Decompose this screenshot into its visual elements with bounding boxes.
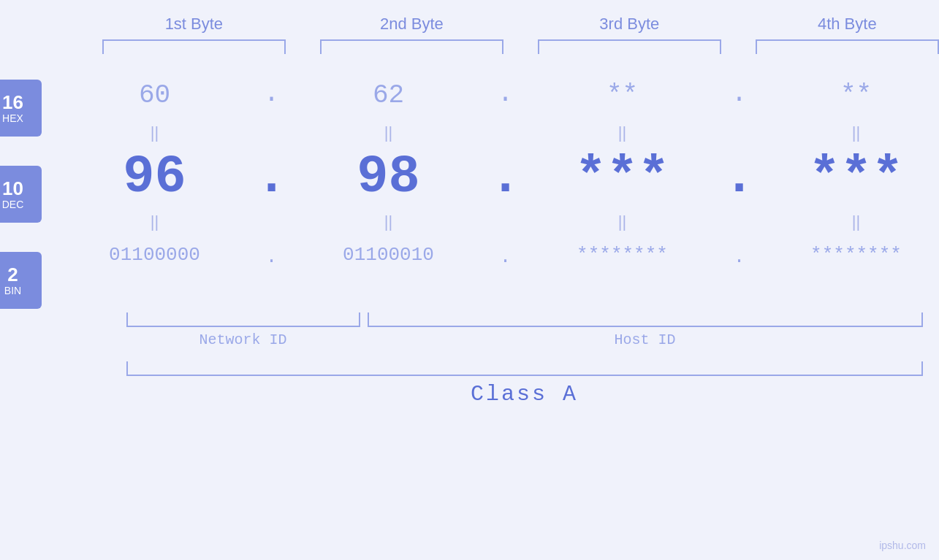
dec-dot3: . (721, 147, 758, 207)
eq2-b4: || (758, 212, 940, 231)
bracket-col4 (756, 39, 939, 54)
equals-row-2: || || || || (56, 207, 940, 237)
eq2-b3: || (524, 212, 721, 231)
dec-row: 96 . 98 . *** . *** (56, 147, 940, 207)
dec-badge-label: DEC (2, 199, 24, 210)
col1-label: 1st Byte (102, 15, 286, 34)
eq2-b1: || (56, 212, 254, 231)
main-container: 1st Byte 2nd Byte 3rd Byte 4th Byte 16 H… (0, 0, 939, 560)
hex-row: 60 . 62 . ** . ** (56, 69, 940, 118)
hex-dot1: . (254, 79, 290, 109)
hex-dot3: . (721, 79, 758, 109)
hex-b2: 62 (290, 69, 487, 118)
bracket-col2 (320, 39, 503, 54)
bottom-brackets-row (126, 312, 923, 327)
dec-b4: *** (758, 147, 940, 207)
col3-label: 3rd Byte (538, 15, 721, 34)
bin-b3: ******** (524, 237, 721, 277)
data-grid: 60 . 62 . ** . ** || || || || 96 (56, 69, 940, 277)
bin-dot2: . (487, 246, 524, 268)
eq1-b2: || (290, 123, 487, 142)
class-label-row: Class A (126, 382, 923, 407)
dec-b1: 96 (56, 147, 254, 207)
col4-label: 4th Byte (756, 15, 939, 34)
network-id-label: Network ID (126, 331, 360, 348)
class-label: Class A (471, 382, 578, 407)
badges-column: 16 HEX 10 DEC 2 BIN (0, 69, 42, 309)
hex-dot2: . (487, 79, 524, 109)
dec-b2: 98 (290, 147, 487, 207)
eq1-b3: || (524, 123, 721, 142)
host-id-label: Host ID (368, 331, 923, 348)
bin-row: 01100000 . 01100010 . ******** . *******… (56, 237, 940, 277)
col2-label: 2nd Byte (320, 15, 503, 34)
watermark: ipshu.com (879, 540, 926, 551)
equals-row-1: || || || || (56, 118, 940, 147)
hex-b3: ** (524, 69, 721, 118)
eq1-b1: || (56, 123, 254, 142)
hex-badge-num: 16 (2, 92, 23, 113)
class-bracket-wrapper: Class A (126, 361, 923, 407)
host-bracket (368, 312, 923, 327)
dec-badge-num: 10 (2, 178, 23, 199)
class-bracket (126, 361, 923, 376)
hex-b1: 60 (56, 69, 254, 118)
bin-b1: 01100000 (56, 237, 254, 277)
bin-badge-num: 2 (7, 264, 18, 285)
content-area: 16 HEX 10 DEC 2 BIN 60 . (0, 69, 939, 309)
dec-dot2: . (487, 147, 524, 207)
bracket-col3 (538, 39, 721, 54)
top-brackets-row (0, 39, 939, 54)
dec-b3: *** (524, 147, 721, 207)
dec-badge: 10 DEC (0, 166, 42, 223)
hex-b4: ** (758, 69, 940, 118)
network-bracket (126, 312, 360, 327)
bin-badge-label: BIN (4, 285, 21, 296)
dec-dot1: . (254, 147, 290, 207)
id-labels-row: Network ID Host ID (126, 331, 923, 348)
bin-b4: ******** (758, 237, 940, 277)
bin-badge: 2 BIN (0, 252, 42, 309)
eq1-b4: || (758, 123, 940, 142)
bin-b2: 01100010 (290, 237, 487, 277)
eq2-b2: || (290, 212, 487, 231)
header-row: 1st Byte 2nd Byte 3rd Byte 4th Byte (0, 15, 939, 34)
hex-badge-label: HEX (2, 112, 23, 124)
hex-badge: 16 HEX (0, 80, 42, 137)
bin-dot3: . (721, 246, 758, 268)
bracket-col1 (102, 39, 286, 54)
bin-dot1: . (254, 246, 290, 268)
